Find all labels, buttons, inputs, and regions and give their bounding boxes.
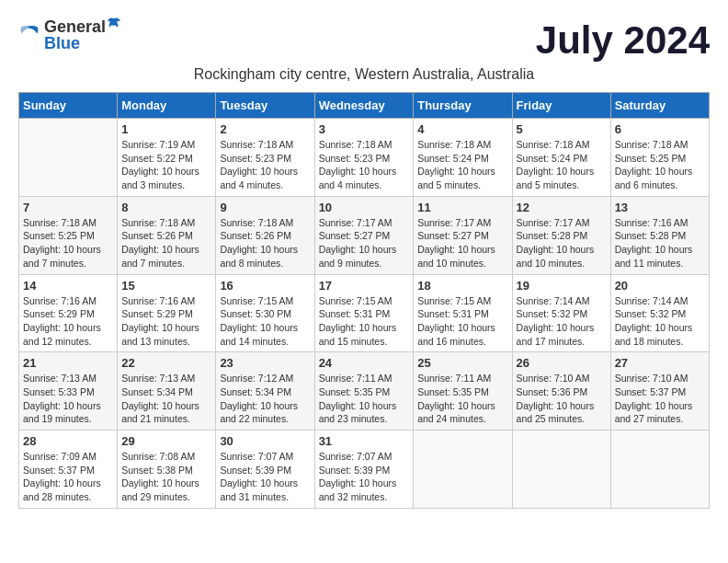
sunset-text: Sunset: 5:39 PM xyxy=(319,465,391,476)
sunrise-text: Sunrise: 7:15 AM xyxy=(417,295,491,306)
location-title: Rockingham city centre, Western Australi… xyxy=(18,66,710,83)
daylight-minutes-text: and 10 minutes. xyxy=(417,258,486,269)
daylight-text: Daylight: 10 hours xyxy=(417,244,495,255)
calendar-week-row: 28Sunrise: 7:09 AMSunset: 5:37 PMDayligh… xyxy=(19,431,710,509)
day-info: Sunrise: 7:13 AMSunset: 5:33 PMDaylight:… xyxy=(23,372,113,426)
day-info: Sunrise: 7:17 AMSunset: 5:28 PMDaylight:… xyxy=(517,216,607,270)
sunset-text: Sunset: 5:23 PM xyxy=(220,153,291,164)
day-info: Sunrise: 7:08 AMSunset: 5:38 PMDaylight:… xyxy=(121,450,211,504)
sunset-text: Sunset: 5:34 PM xyxy=(220,386,291,397)
sunrise-text: Sunrise: 7:17 AM xyxy=(319,217,392,228)
day-number: 3 xyxy=(319,122,410,136)
sunrise-text: Sunrise: 7:15 AM xyxy=(319,295,392,306)
sunset-text: Sunset: 5:25 PM xyxy=(615,153,687,164)
daylight-text: Daylight: 10 hours xyxy=(121,244,199,255)
calendar-cell: 21Sunrise: 7:13 AMSunset: 5:33 PMDayligh… xyxy=(19,352,118,431)
sunset-text: Sunset: 5:24 PM xyxy=(517,153,588,164)
calendar-cell: 16Sunrise: 7:15 AMSunset: 5:30 PMDayligh… xyxy=(216,274,314,352)
sunset-text: Sunset: 5:27 PM xyxy=(319,230,391,241)
daylight-minutes-text: and 5 minutes. xyxy=(417,179,481,190)
daylight-text: Daylight: 10 hours xyxy=(615,244,693,255)
calendar-week-row: 21Sunrise: 7:13 AMSunset: 5:33 PMDayligh… xyxy=(19,352,710,431)
day-number: 31 xyxy=(319,434,410,448)
daylight-text: Daylight: 10 hours xyxy=(417,400,495,411)
calendar-cell: 31Sunrise: 7:07 AMSunset: 5:39 PMDayligh… xyxy=(314,431,414,509)
daylight-minutes-text: and 31 minutes. xyxy=(220,491,289,502)
day-number: 18 xyxy=(417,279,507,293)
daylight-minutes-text: and 4 minutes. xyxy=(319,179,382,190)
sunset-text: Sunset: 5:35 PM xyxy=(417,386,489,397)
daylight-text: Daylight: 10 hours xyxy=(121,166,199,177)
daylight-minutes-text: and 32 minutes. xyxy=(319,491,388,502)
sunset-text: Sunset: 5:31 PM xyxy=(417,308,489,319)
header-row: SundayMondayTuesdayWednesdayThursdayFrid… xyxy=(19,93,710,119)
daylight-text: Daylight: 10 hours xyxy=(319,322,397,333)
daylight-minutes-text: and 23 minutes. xyxy=(319,413,388,424)
day-info: Sunrise: 7:10 AMSunset: 5:37 PMDaylight:… xyxy=(615,372,705,426)
sunrise-text: Sunrise: 7:16 AM xyxy=(615,217,688,228)
sunrise-text: Sunrise: 7:11 AM xyxy=(417,373,491,384)
day-info: Sunrise: 7:18 AMSunset: 5:23 PMDaylight:… xyxy=(220,138,310,192)
sunrise-text: Sunrise: 7:10 AM xyxy=(615,373,688,384)
sunset-text: Sunset: 5:27 PM xyxy=(417,230,489,241)
sunset-text: Sunset: 5:25 PM xyxy=(23,230,95,241)
header-day: Wednesday xyxy=(314,93,414,119)
calendar-cell xyxy=(414,431,512,509)
calendar-cell xyxy=(512,431,610,509)
calendar-cell: 3Sunrise: 7:18 AMSunset: 5:23 PMDaylight… xyxy=(314,119,414,197)
daylight-text: Daylight: 10 hours xyxy=(517,400,595,411)
day-info: Sunrise: 7:07 AMSunset: 5:39 PMDaylight:… xyxy=(220,450,310,504)
calendar-cell xyxy=(610,431,709,509)
daylight-text: Daylight: 10 hours xyxy=(220,166,298,177)
calendar-cell: 18Sunrise: 7:15 AMSunset: 5:31 PMDayligh… xyxy=(414,274,512,352)
sunset-text: Sunset: 5:22 PM xyxy=(121,153,193,164)
logo-bird-icon xyxy=(106,17,122,35)
sunrise-text: Sunrise: 7:18 AM xyxy=(615,139,688,150)
logo-text: General Blue xyxy=(44,18,122,52)
daylight-minutes-text: and 8 minutes. xyxy=(220,258,283,269)
daylight-text: Daylight: 10 hours xyxy=(417,166,495,177)
sunset-text: Sunset: 5:35 PM xyxy=(319,386,391,397)
calendar-cell: 10Sunrise: 7:17 AMSunset: 5:27 PMDayligh… xyxy=(314,196,414,274)
day-number: 9 xyxy=(220,201,310,214)
daylight-minutes-text: and 27 minutes. xyxy=(615,413,684,424)
calendar-week-row: 1Sunrise: 7:19 AMSunset: 5:22 PMDaylight… xyxy=(19,119,710,197)
sunrise-text: Sunrise: 7:18 AM xyxy=(319,139,392,150)
day-info: Sunrise: 7:16 AMSunset: 5:29 PMDaylight:… xyxy=(121,294,211,349)
day-number: 5 xyxy=(517,122,607,136)
day-number: 24 xyxy=(319,356,410,370)
sunset-text: Sunset: 5:23 PM xyxy=(319,153,391,164)
calendar-cell: 25Sunrise: 7:11 AMSunset: 5:35 PMDayligh… xyxy=(414,352,512,431)
header-day: Tuesday xyxy=(216,93,314,119)
day-info: Sunrise: 7:17 AMSunset: 5:27 PMDaylight:… xyxy=(319,216,410,270)
calendar-cell: 28Sunrise: 7:09 AMSunset: 5:37 PMDayligh… xyxy=(19,431,118,509)
daylight-minutes-text: and 6 minutes. xyxy=(615,179,678,190)
daylight-text: Daylight: 10 hours xyxy=(121,400,199,411)
sunset-text: Sunset: 5:32 PM xyxy=(517,308,588,319)
sunrise-text: Sunrise: 7:08 AM xyxy=(121,451,195,462)
calendar-cell: 24Sunrise: 7:11 AMSunset: 5:35 PMDayligh… xyxy=(314,352,414,431)
daylight-minutes-text: and 24 minutes. xyxy=(417,413,486,424)
day-info: Sunrise: 7:18 AMSunset: 5:25 PMDaylight:… xyxy=(23,216,113,270)
sunset-text: Sunset: 5:24 PM xyxy=(417,153,489,164)
sunset-text: Sunset: 5:31 PM xyxy=(319,308,391,319)
sunrise-text: Sunrise: 7:18 AM xyxy=(220,217,293,228)
sunrise-text: Sunrise: 7:19 AM xyxy=(121,139,195,150)
daylight-text: Daylight: 10 hours xyxy=(121,322,199,333)
day-number: 14 xyxy=(23,279,113,293)
day-info: Sunrise: 7:14 AMSunset: 5:32 PMDaylight:… xyxy=(615,294,705,349)
calendar-cell: 4Sunrise: 7:18 AMSunset: 5:24 PMDaylight… xyxy=(414,119,512,197)
daylight-text: Daylight: 10 hours xyxy=(417,322,495,333)
day-info: Sunrise: 7:15 AMSunset: 5:31 PMDaylight:… xyxy=(319,294,410,349)
daylight-text: Daylight: 10 hours xyxy=(319,244,397,255)
day-number: 27 xyxy=(615,356,705,370)
daylight-text: Daylight: 10 hours xyxy=(517,322,595,333)
calendar-cell: 23Sunrise: 7:12 AMSunset: 5:34 PMDayligh… xyxy=(216,352,314,431)
daylight-minutes-text: and 17 minutes. xyxy=(517,336,586,347)
daylight-text: Daylight: 10 hours xyxy=(319,477,397,488)
day-info: Sunrise: 7:11 AMSunset: 5:35 PMDaylight:… xyxy=(319,372,410,426)
daylight-minutes-text: and 25 minutes. xyxy=(517,413,586,424)
day-info: Sunrise: 7:18 AMSunset: 5:24 PMDaylight:… xyxy=(417,138,507,192)
calendar-cell: 7Sunrise: 7:18 AMSunset: 5:25 PMDaylight… xyxy=(19,196,118,274)
calendar-cell: 11Sunrise: 7:17 AMSunset: 5:27 PMDayligh… xyxy=(414,196,512,274)
